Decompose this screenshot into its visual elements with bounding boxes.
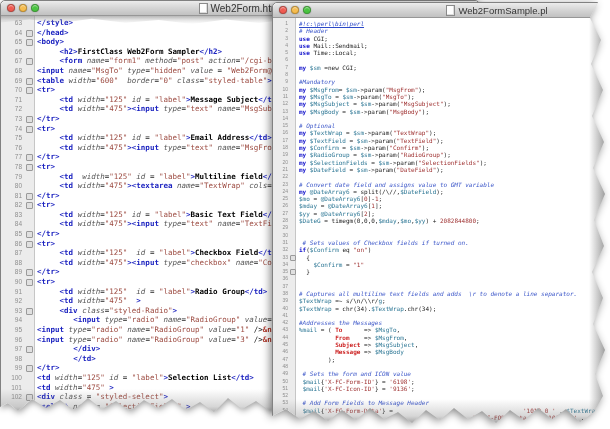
fold-marker-icon[interactable] (24, 114, 34, 124)
close-button[interactable] (279, 6, 287, 14)
code-line[interactable]: 53 # Add Form Fields to Message Header (273, 399, 610, 406)
code-line[interactable]: 3use CGI; (273, 35, 610, 42)
code-line[interactable]: 44 From => $MsgFrom, (273, 334, 610, 341)
line-number: 6 (273, 56, 290, 63)
code-line[interactable]: 2# Header (273, 27, 610, 34)
code-line[interactable]: 32if($Confirm eq "on") (273, 246, 610, 253)
code-line[interactable]: 6 (273, 56, 610, 63)
code-line[interactable]: 33 { (273, 254, 610, 261)
code-line[interactable]: 49 # Sets the form and ICON value (273, 370, 610, 377)
fold-marker-icon[interactable] (24, 162, 34, 172)
code-line[interactable]: 47 ); (273, 356, 610, 363)
fold-marker-icon[interactable] (24, 85, 34, 95)
code-line[interactable]: 50 $mail{'X-FC-Form-ID'} = '6198'; (273, 378, 610, 385)
code-line[interactable]: 24my @DateArray6 = split(/\//,$DateField… (273, 188, 610, 195)
code-line[interactable]: 4use Mail::Sendmail; (273, 42, 610, 49)
zoom-button[interactable] (31, 4, 39, 12)
code-line[interactable]: 5use Time::Local; (273, 49, 610, 56)
fold-marker-icon[interactable] (24, 37, 34, 47)
zoom-button[interactable] (303, 6, 311, 14)
fold-marker-icon[interactable] (24, 267, 34, 277)
code-line[interactable]: 31 # Sets values of Checkbox fields if t… (273, 239, 610, 246)
code-line[interactable]: 25$mo = @DateArray6[0]-1; (273, 195, 610, 202)
code-line[interactable]: 34 $Confirm = "1" (273, 261, 610, 268)
code-line[interactable]: 54 $mail{'X-FC-Form-Data'} = '1012 0 ' .… (273, 407, 610, 414)
code-line[interactable]: 20my $SelectionFields = $sm->param("Sele… (273, 159, 610, 166)
code-text: <input type="radio" name="RadioGroup" va… (37, 315, 303, 325)
code-line[interactable]: 40$TextWrap = chr(34).$TextWrap.chr(34); (273, 305, 610, 312)
code-line[interactable]: 1#!c:\perl\bin\perl (273, 20, 610, 27)
code-line[interactable]: 11my $MsgTo = $sm->param("MsgTo"); (273, 93, 610, 100)
fold-marker-icon[interactable] (24, 229, 34, 239)
fold-marker-icon[interactable] (24, 191, 34, 201)
line-number: 34 (273, 261, 290, 268)
code-line[interactable]: 37 (273, 283, 610, 290)
code-line[interactable]: 42#Addresses the Messages (273, 319, 610, 326)
fold-marker-icon[interactable] (24, 239, 34, 249)
fold-marker-icon[interactable] (24, 152, 34, 162)
fold-spacer (290, 151, 296, 158)
code-line[interactable]: 29 (273, 224, 610, 231)
minimize-button[interactable] (291, 6, 299, 14)
code-line[interactable]: 13my $MsgBody = $sm->param("MsgBody"); (273, 108, 610, 115)
fold-spacer (290, 283, 296, 290)
code-line[interactable]: 9#Mandatory (273, 78, 610, 85)
fold-marker-icon[interactable] (24, 56, 34, 66)
code-line[interactable]: 43%mail = ( To => $MsgTo, (273, 326, 610, 333)
code-line[interactable]: 8 (273, 71, 610, 78)
code-line[interactable]: 7my $sm =new CGI; (273, 64, 610, 71)
code-line[interactable]: 55 ."\n" "X-FC-FORM-Data:" '1002 0 ' . $… (273, 414, 610, 421)
fold-spacer (290, 188, 296, 195)
fold-marker-icon[interactable] (24, 344, 34, 354)
code-line[interactable]: 52 (273, 392, 610, 399)
code-line[interactable]: 51 $mail{'X-FC-Icon-ID'} = '9136'; (273, 385, 610, 392)
minimize-button[interactable] (19, 4, 27, 12)
code-text: if($Confirm eq "on") (299, 246, 371, 253)
close-button[interactable] (7, 4, 15, 12)
code-line[interactable]: 41 (273, 312, 610, 319)
fold-marker-icon[interactable] (24, 392, 34, 402)
code-line[interactable]: 10my $MsgFrom= $sm->param("MsgFrom"); (273, 86, 610, 93)
code-line[interactable]: 46 Message => $MsgBody (273, 348, 610, 355)
code-line[interactable]: 38# Captures all multiline text fields a… (273, 290, 610, 297)
code-line[interactable]: 30 (273, 232, 610, 239)
fold-spacer (290, 312, 296, 319)
fold-marker-icon[interactable] (24, 306, 34, 316)
code-line[interactable]: 39$TextWrap =~ s/\n/\\r/g; (273, 297, 610, 304)
code-line[interactable]: 26$mday = @DateArray6[1]; (273, 202, 610, 209)
code-line[interactable]: 21my $DateField = $sm->param("DateField"… (273, 166, 610, 173)
line-number: 69 (1, 76, 24, 86)
right-titlebar[interactable]: Web2FormSample.pl (273, 3, 610, 18)
code-line[interactable]: 18my $Confirm = $sm->param("Confirm"); (273, 144, 610, 151)
code-line[interactable]: 36 (273, 275, 610, 282)
fold-marker-icon[interactable] (24, 200, 34, 210)
code-line[interactable]: 35 } (273, 268, 610, 275)
code-line[interactable]: 45 Subject => $MsgSubject, (273, 341, 610, 348)
fold-marker-icon[interactable] (24, 277, 34, 287)
code-line[interactable]: 15# Optional (273, 122, 610, 129)
line-number: 11 (273, 93, 290, 100)
line-number: 99 (1, 363, 24, 373)
right-code-editor[interactable]: 1#!c:\perl\bin\perl2# Header3use CGI;4us… (273, 17, 610, 428)
code-line[interactable]: 14 (273, 115, 610, 122)
fold-spacer (24, 172, 34, 182)
code-line[interactable]: 28$DateG = timegm(0,0,0,$mday,$mo,$yy) +… (273, 217, 610, 224)
fold-marker-icon[interactable] (24, 28, 34, 38)
code-line[interactable]: 27$yy = @DateArray6[2]; (273, 210, 610, 217)
fold-marker-icon[interactable] (24, 124, 34, 134)
code-line[interactable]: 23# Convert date field and assigns value… (273, 181, 610, 188)
line-number: 39 (273, 297, 290, 304)
code-line[interactable]: 12my $MsgSubject = $sm->param("MsgSubjec… (273, 100, 610, 107)
code-text: <body> (37, 37, 64, 47)
code-line[interactable]: 22 (273, 173, 610, 180)
left-window-controls (7, 4, 39, 12)
fold-marker-icon[interactable] (24, 76, 34, 86)
fold-marker-icon[interactable] (24, 363, 34, 373)
fold-marker-icon[interactable] (290, 254, 296, 261)
code-line[interactable]: 19my $RadioGroup = $sm->param("RadioGrou… (273, 151, 610, 158)
fold-marker-icon[interactable] (290, 268, 296, 275)
code-line[interactable]: 16my $TextWrap = $sm->param("TextWrap"); (273, 129, 610, 136)
code-line[interactable]: 17my $TextField = $sm->param("TextField"… (273, 137, 610, 144)
code-line[interactable]: 48 (273, 363, 610, 370)
line-number: 84 (1, 219, 24, 229)
